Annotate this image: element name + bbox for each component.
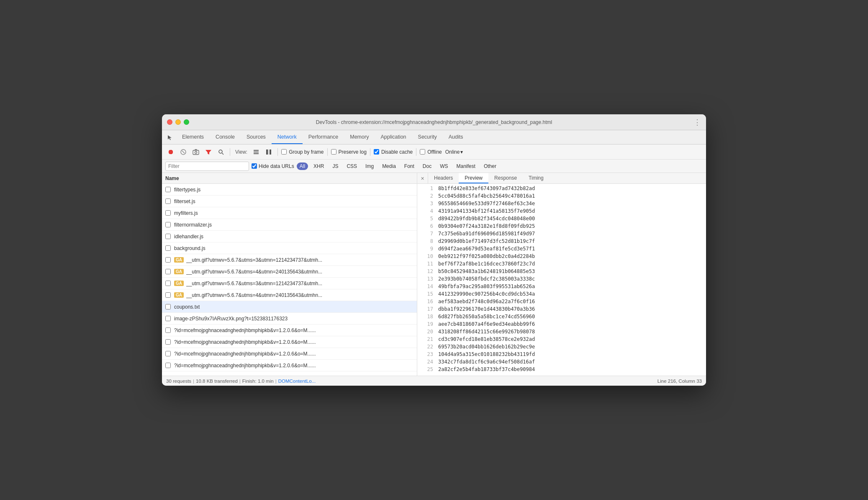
line-content: 96558654669e533d97f27468ef63c34e [438,201,535,206]
filter-type-all[interactable]: All [297,162,308,170]
file-checkbox[interactable] [165,281,171,286]
file-checkbox[interactable] [165,327,171,333]
tab-sources[interactable]: Sources [241,130,272,144]
file-item[interactable]: image-zPShu9x7IARuvzXk.png?t=15238311763… [162,313,417,325]
code-line: 9d694f2aea6679d53eaf81fe5cd3e57f1 [417,246,706,253]
maximize-traffic-light[interactable] [184,119,189,125]
clear-button[interactable] [178,147,189,157]
line-content: 8b1ffd42e833ef6743097ad7432b82ad [438,186,535,191]
file-item[interactable]: GA__utm.gif?utmwv=5.6.7&utms=4&utmn=2401… [162,266,417,278]
filter-input[interactable] [165,162,249,171]
line-number: 4 [421,208,433,214]
file-checkbox[interactable] [165,198,171,204]
file-item[interactable]: ?id=mcefmojpghnaceadnghednjhbmphipkb&v=1… [162,360,417,371]
offline-toggle[interactable]: Offline [420,149,442,155]
tab-audits[interactable]: Audits [443,130,469,144]
file-checkbox[interactable] [165,269,171,274]
file-checkbox[interactable] [165,257,171,263]
disable-cache-toggle[interactable]: Disable cache [374,149,413,155]
file-item[interactable]: idlehandler.js [162,231,417,242]
preserve-log-toggle[interactable]: Preserve log [331,149,367,155]
tab-response[interactable]: Response [488,173,523,183]
filter-type-img[interactable]: Img [362,162,377,170]
line-content: 69573b20acd04bb1626deb162b29ec9e [438,344,535,350]
file-checkbox[interactable] [165,351,171,356]
tab-console[interactable]: Console [210,130,241,144]
file-checkbox[interactable] [165,222,171,227]
file-checkbox[interactable] [165,339,171,345]
file-item[interactable]: filtertypes.js [162,184,417,196]
file-checkbox[interactable] [165,210,171,216]
file-checkbox[interactable] [165,363,171,368]
filter-type-doc[interactable]: Doc [420,162,434,170]
file-item[interactable]: ?id=mcefmojpghnaceadnghednjhbmphipkb&v=1… [162,348,417,360]
list-view-button[interactable] [251,147,262,157]
code-line: 19aee7cb4818607a4f6e9ed34eabbb99f6 [417,321,706,329]
filter-type-ws[interactable]: WS [437,162,451,170]
file-item[interactable]: coupons.txt [162,301,417,313]
file-name: filtertypes.js [174,187,413,193]
tab-application[interactable]: Application [375,130,412,144]
screenshot-button[interactable] [190,147,201,157]
file-item[interactable]: filternormalizer.js [162,219,417,231]
finish-time: Finish: 1.0 min [242,379,274,384]
preserve-log-checkbox[interactable] [331,149,336,155]
tab-security[interactable]: Security [412,130,443,144]
line-content: d694f2aea6679d53eaf81fe5cd3e57f1 [438,246,535,252]
line-content: 4412329990ec907256b4c0cd9dcb534a [438,291,535,297]
file-checkbox[interactable] [165,292,171,298]
filter-type-js[interactable]: JS [329,162,341,170]
close-preview-button[interactable]: × [417,173,428,183]
window-title: DevTools - chrome-extension://mcefmojpgh… [316,119,552,125]
file-item[interactable]: ?id=mcefmojpghnaceadnghednjhbmphipkb&v=1… [162,325,417,336]
line-number: 13 [421,276,433,282]
dom-content-link[interactable]: DOMContentLo... [278,379,316,384]
hide-data-urls-toggle[interactable]: Hide data URLs [252,163,294,169]
file-item[interactable]: ?id=mcefmojpghnaceadnghednjhbmphipkb&v=1… [162,336,417,348]
disable-cache-checkbox[interactable] [374,149,379,155]
filter-toggle-button[interactable] [203,147,214,157]
throttle-select[interactable]: Online ▾ [445,149,463,155]
file-item[interactable]: background.js [162,242,417,254]
code-line: 8d29969d0b1ef71497d3fc52d81b19c7f [417,238,706,246]
toolbar-divider-2 [277,148,278,156]
close-traffic-light[interactable] [167,119,172,125]
tab-performance[interactable]: Performance [303,130,344,144]
code-line: 100eb9212f97f025a080dbb2c0a4d2284b [417,253,706,261]
hide-data-urls-checkbox[interactable] [252,163,257,169]
file-checkbox[interactable] [165,316,171,321]
group-by-frame-checkbox[interactable] [281,149,287,155]
file-checkbox[interactable] [165,304,171,309]
file-item[interactable]: GA__utm.gif?utmwv=5.6.7&utms=3&utmn=1214… [162,278,417,289]
offline-checkbox[interactable] [420,149,425,155]
file-item[interactable]: GA__utm.gif?utmwv=5.6.7&utms=4&utmn=2401… [162,289,417,301]
tab-headers[interactable]: Headers [428,173,459,183]
file-badge: GA [174,292,184,298]
filter-type-media[interactable]: Media [379,162,399,170]
more-options-icon[interactable]: ⋮ [693,119,701,126]
file-item[interactable]: filterset.js [162,196,417,207]
line-number: 15 [421,291,433,297]
svg-rect-2 [193,150,199,155]
file-checkbox[interactable] [165,245,171,251]
filter-type-xhr[interactable]: XHR [311,162,327,170]
filter-type-other[interactable]: Other [481,162,499,170]
filter-type-manifest[interactable]: Manifest [454,162,478,170]
tab-preview[interactable]: Preview [459,173,488,183]
tab-memory[interactable]: Memory [344,130,375,144]
columns-view-button[interactable] [263,147,274,157]
file-item[interactable]: myfilters.js [162,207,417,219]
group-by-frame-toggle[interactable]: Group by frame [281,149,324,155]
minimize-traffic-light[interactable] [175,119,181,125]
filter-type-font[interactable]: Font [401,162,417,170]
line-number: 1 [421,186,433,191]
file-item[interactable]: GA__utm.gif?utmwv=5.6.7&utms=3&utmn=1214… [162,254,417,266]
file-checkbox[interactable] [165,234,171,239]
file-checkbox[interactable] [165,187,171,192]
tab-network[interactable]: Network [272,130,303,144]
tab-elements[interactable]: Elements [176,130,210,144]
tab-timing[interactable]: Timing [523,173,550,183]
record-button[interactable]: ⏺ [165,147,176,157]
filter-type-css[interactable]: CSS [344,162,360,170]
search-button[interactable] [216,147,226,157]
